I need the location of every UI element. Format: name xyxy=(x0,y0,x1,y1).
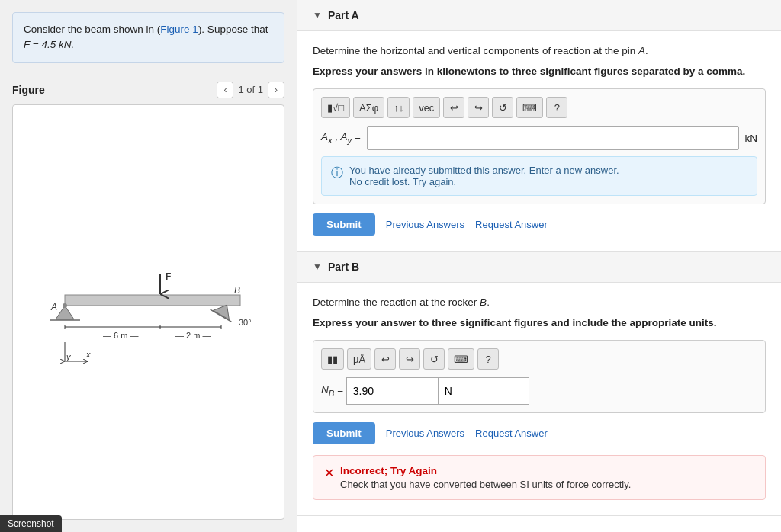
part-a-content: Determine the horizontal and vertical co… xyxy=(297,31,781,251)
problem-text-before: Consider the beam shown in ( xyxy=(24,24,160,35)
undo-button[interactable]: ↩ xyxy=(443,97,464,118)
matrix-button[interactable]: ▮√□ xyxy=(321,97,350,118)
part-a-toolbar: ▮√□ ΑΣφ ↑↓ vec ↩ ↪ xyxy=(321,97,757,118)
info-icon: ⓘ xyxy=(331,165,343,181)
part-b-request-answer-button[interactable]: Request Answer xyxy=(475,428,548,439)
part-b-instruction: Express your answer to three significant… xyxy=(313,316,766,331)
figure-label-row: Figure ‹ 1 of 1 › xyxy=(12,82,284,98)
part-b-help-icon: ? xyxy=(486,354,491,365)
part-b-redo-button[interactable]: ↪ xyxy=(399,348,420,370)
sigma-icon: ΑΣφ xyxy=(359,102,378,114)
problem-statement: Consider the beam shown in (Figure 1). S… xyxy=(12,12,284,63)
label-a: A xyxy=(50,302,57,312)
figure-next-button[interactable]: › xyxy=(268,82,284,98)
part-a-section: ▼ Part A Determine the horizontal and ve… xyxy=(297,0,781,252)
part-a-request-answer-button[interactable]: Request Answer xyxy=(475,219,548,230)
part-a-answer-input[interactable] xyxy=(367,126,739,150)
part-a-alert: ⓘ You have already submitted this answer… xyxy=(321,156,757,196)
part-b-undo-button[interactable]: ↩ xyxy=(374,348,396,370)
sigma-button[interactable]: ΑΣφ xyxy=(353,97,384,118)
part-b-action-row: Submit Previous Answers Request Answer xyxy=(313,422,766,444)
part-a-action-row: Submit Previous Answers Request Answer xyxy=(313,213,766,236)
dim-6m: — 6 m — xyxy=(103,331,138,340)
dim-2m: — 2 m — xyxy=(175,331,211,340)
part-b-matrix-button[interactable]: ▮▮ xyxy=(321,348,344,370)
part-b-input-label: NB = xyxy=(321,384,343,398)
refresh-icon: ↺ xyxy=(499,102,507,114)
part-b-previous-answers-button[interactable]: Previous Answers xyxy=(386,428,464,439)
part-a-instruction: Express your answers in kilonewtons to t… xyxy=(313,65,766,79)
angle-label: 30° xyxy=(239,318,252,327)
part-a-math-input-area: ▮√□ ΑΣφ ↑↓ vec ↩ ↪ xyxy=(313,88,766,204)
part-b-input-row: NB = xyxy=(321,377,757,405)
part-a-description: Determine the horizontal and vertical co… xyxy=(313,43,766,59)
svg-point-3 xyxy=(63,303,67,308)
updown-button[interactable]: ↑↓ xyxy=(387,97,410,118)
screenshot-badge: Screenshot xyxy=(0,515,62,532)
problem-text-after: ). Suppose that xyxy=(198,24,268,35)
part-b-mu-icon: μÅ xyxy=(353,354,365,365)
part-b-error-title: Incorrect; Try Again xyxy=(340,465,631,476)
part-a-input-label: Ax , Ay = xyxy=(321,131,361,145)
part-a-title: Part A xyxy=(328,9,359,21)
part-b-section: ▼ Part B Determine the reaction at the r… xyxy=(297,252,781,516)
part-b-description: Determine the reaction at the rocker B. xyxy=(313,295,766,310)
part-b-toolbar: ▮▮ μÅ ↩ ↪ ↺ ⌨ xyxy=(321,348,757,370)
part-b-error-alert: ✕ Incorrect; Try Again Check that you ha… xyxy=(313,455,766,500)
part-b-unit-input[interactable] xyxy=(438,377,529,405)
part-b-error-text: Incorrect; Try Again Check that you have… xyxy=(340,465,631,490)
right-panel: ▼ Part A Determine the horizontal and ve… xyxy=(297,0,781,532)
help-button[interactable]: ? xyxy=(546,97,567,118)
figure-nav: ‹ 1 of 1 › xyxy=(217,82,284,98)
part-b-mu-button[interactable]: μÅ xyxy=(347,348,371,370)
redo-button[interactable]: ↪ xyxy=(468,97,489,118)
vec-button[interactable]: vec xyxy=(413,97,440,118)
figure-container: A B F — 6 m — — 2 m — 30° y x xyxy=(12,104,284,521)
part-b-header[interactable]: ▼ Part B xyxy=(297,252,781,283)
part-a-toggle-icon: ▼ xyxy=(313,10,322,21)
problem-equation: F = 4.5 kN. xyxy=(24,39,74,50)
part-b-keyboard-icon: ⌨ xyxy=(454,354,468,365)
part-b-value-input[interactable] xyxy=(346,377,438,405)
part-a-previous-answers-button[interactable]: Previous Answers xyxy=(386,219,464,230)
matrix-icon: ▮√□ xyxy=(327,102,344,114)
part-b-refresh-icon: ↺ xyxy=(430,354,439,365)
y-axis-label: y xyxy=(66,352,72,361)
figure-page: 1 of 1 xyxy=(238,84,263,95)
part-a-alert-text: You have already submitted this answer. … xyxy=(349,165,619,187)
part-b-keyboard-button[interactable]: ⌨ xyxy=(448,348,474,370)
part-a-input-row: Ax , Ay = kN xyxy=(321,126,757,150)
figure-prev-button[interactable]: ‹ xyxy=(217,82,233,98)
refresh-button[interactable]: ↺ xyxy=(492,97,513,118)
part-b-content: Determine the reaction at the rocker B. … xyxy=(297,283,781,515)
beam-svg: A B F — 6 m — — 2 m — 30° y x xyxy=(34,251,263,373)
label-f: F xyxy=(166,271,171,282)
part-a-unit: kN xyxy=(745,133,758,144)
x-axis-label: x xyxy=(85,350,91,359)
part-b-undo-icon: ↩ xyxy=(381,354,390,365)
help-icon: ? xyxy=(554,102,560,114)
part-b-submit-button[interactable]: Submit xyxy=(313,422,375,444)
undo-icon: ↩ xyxy=(450,102,458,114)
part-a-submit-button[interactable]: Submit xyxy=(313,213,375,236)
part-b-redo-icon: ↪ xyxy=(406,354,414,365)
keyboard-button[interactable]: ⌨ xyxy=(516,97,543,118)
keyboard-icon: ⌨ xyxy=(522,102,537,114)
vec-icon: vec xyxy=(419,102,434,114)
redo-icon: ↪ xyxy=(474,102,483,114)
svg-rect-0 xyxy=(65,295,240,306)
part-b-help-button[interactable]: ? xyxy=(477,348,499,370)
part-b-math-input-area: ▮▮ μÅ ↩ ↪ ↺ ⌨ xyxy=(313,340,766,413)
error-icon: ✕ xyxy=(324,466,334,480)
part-b-error-message: Check that you have converted between SI… xyxy=(340,479,631,490)
updown-icon: ↑↓ xyxy=(394,102,403,114)
figure-label: Figure xyxy=(12,84,45,96)
label-b: B xyxy=(234,285,240,296)
part-b-toggle-icon: ▼ xyxy=(313,261,322,272)
figure-link[interactable]: Figure 1 xyxy=(160,24,198,35)
part-b-refresh-button[interactable]: ↺ xyxy=(423,348,445,370)
left-panel: Consider the beam shown in (Figure 1). S… xyxy=(0,0,297,532)
part-a-header[interactable]: ▼ Part A xyxy=(297,0,781,31)
part-b-matrix-icon: ▮▮ xyxy=(327,354,338,365)
part-b-title: Part B xyxy=(328,261,359,273)
